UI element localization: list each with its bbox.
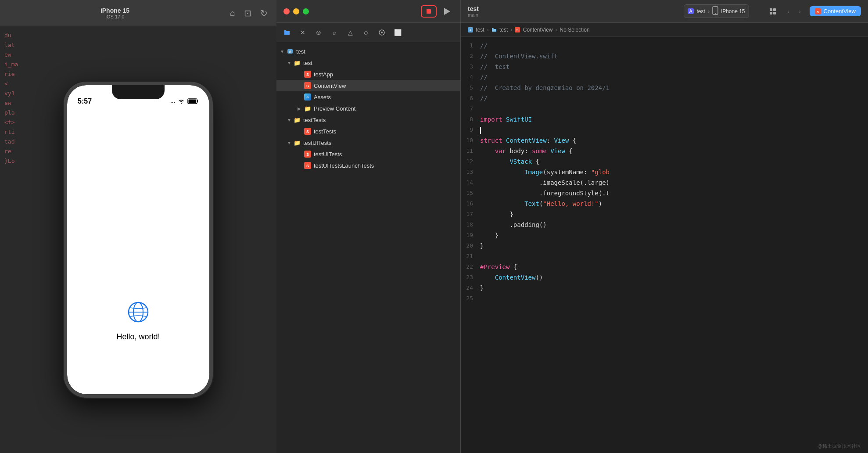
globe-icon (127, 301, 150, 329)
xcode-project-info (421, 5, 453, 18)
watermark: @稀土掘金技术社区 (818, 443, 861, 449)
source-nav-icon[interactable]: ◇ (360, 26, 372, 39)
preview-content-label: Preview Content (314, 105, 460, 112)
breadcrumb-folder[interactable]: test (491, 27, 508, 33)
code-line: 20 } (461, 241, 868, 251)
code-line: 24 } (461, 283, 868, 293)
svg-text:S: S (306, 152, 309, 157)
project-title: test (468, 5, 479, 12)
testuitests-folder-item[interactable]: ▼ 📁 testUITests (276, 137, 460, 148)
breadcrumb-selection[interactable]: No Selection (560, 27, 590, 33)
testapp-label: testApp (314, 71, 460, 78)
testuitests-file-item[interactable]: S testUITests (276, 148, 460, 160)
code-line: 11 var body: some View { (461, 146, 868, 156)
back-button[interactable]: ‹ (783, 6, 794, 17)
search-nav-icon[interactable]: ⌕ (328, 26, 341, 39)
iphone-notch (112, 85, 165, 99)
breadcrumb: A test › test › S ContentView › No Selec… (461, 23, 868, 37)
root-project-item[interactable]: ▼ A test (276, 46, 460, 57)
close-button[interactable] (283, 8, 290, 14)
assets-file-item[interactable]: A Assets (276, 91, 460, 103)
breadcrumb-sep: › (487, 27, 489, 33)
testuitestslaunchtests-label: testUITestsLaunchTests (314, 162, 460, 169)
testtests-folder-item[interactable]: ▼ 📁 testTests (276, 114, 460, 126)
swift-icon: S (304, 127, 312, 135)
folder-icon: 📁 (293, 59, 301, 67)
active-file-tab[interactable]: S ContentView (810, 6, 861, 16)
folder-icon: 📁 (293, 116, 301, 124)
testtests-file-item[interactable]: S testTests (276, 126, 460, 137)
symbol-nav-icon[interactable]: ⊜ (312, 26, 325, 39)
swift-icon: S (304, 150, 312, 158)
chevron-right-icon: ▶ (298, 106, 304, 111)
code-line: 21 (461, 251, 868, 262)
scheme-selector[interactable]: A test › iPhone 15 (684, 4, 749, 18)
code-line: 7 (461, 104, 868, 114)
play-triangle-icon (444, 8, 450, 15)
breakpoint-nav-icon[interactable] (376, 26, 388, 39)
folder-icon: 📁 (293, 139, 301, 147)
preview-content-item[interactable]: ▶ 📁 Preview Content (276, 103, 460, 114)
svg-rect-2 (189, 100, 196, 103)
testuitestslaunchtests-file-item[interactable]: S testUITestsLaunchTests (276, 160, 460, 171)
assets-icon: A (304, 93, 312, 101)
breadcrumb-file[interactable]: S ContentView (515, 27, 552, 33)
play-button[interactable] (441, 5, 453, 18)
wifi-icon (178, 99, 185, 105)
code-line: 8 import SwiftUI (461, 114, 868, 125)
chevron-down-icon: ▼ (287, 140, 293, 145)
breadcrumb-project[interactable]: A test (468, 27, 484, 33)
a-badge: A (688, 8, 694, 14)
testuitests-folder-label: testUITests (303, 140, 460, 146)
minimize-button[interactable] (293, 8, 299, 14)
code-line: 9 (461, 125, 868, 135)
signal-dots: ··· (170, 99, 175, 105)
grid-layout-button[interactable] (767, 5, 779, 18)
nav-toolbar: ✕ ⊜ ⌕ △ ◇ ⬜ (276, 23, 460, 42)
iphone-screen: 5:57 ··· (67, 85, 209, 394)
testuitests-label: testUITests (314, 151, 460, 158)
assets-label: Assets (314, 94, 460, 101)
screenshot-icon[interactable]: ⊡ (244, 8, 251, 18)
breadcrumb-sep: › (556, 27, 557, 33)
code-line: 3 // test (461, 61, 868, 72)
simulator-panel: iPhone 15 iOS 17.0 ⌂ ⊡ ↻ du lat ew i_ma … (0, 0, 276, 453)
forward-button[interactable]: › (795, 6, 805, 17)
svg-rect-22 (770, 8, 772, 11)
rotate-icon[interactable]: ↻ (260, 8, 268, 18)
svg-text:S: S (516, 29, 519, 32)
stop-button[interactable] (421, 5, 437, 18)
code-editor[interactable]: 1 // 2 // ContentView.swift 3 // test 4 … (461, 37, 868, 453)
warning-nav-icon[interactable]: △ (344, 26, 356, 39)
simulator-body: du lat ew i_ma rie < vy1 ew pla <t> rti … (0, 26, 276, 453)
code-line: 10 struct ContentView: View { (461, 135, 868, 146)
battery-icon (187, 98, 199, 105)
test-folder-item[interactable]: ▼ 📁 test (276, 57, 460, 68)
svg-text:S: S (306, 84, 309, 88)
report-nav-icon[interactable]: ⬜ (391, 26, 404, 39)
contentview-file-item[interactable]: S ContentView (276, 80, 460, 91)
simulator-toolbar: iPhone 15 iOS 17.0 ⌂ ⊡ ↻ (0, 0, 276, 26)
navigator-panel: ✕ ⊜ ⌕ △ ◇ ⬜ ▼ A test ▼ 📁 (276, 0, 461, 453)
code-line: 14 .imageScale(.large) (461, 177, 868, 188)
chevron-down-icon: ▼ (280, 49, 286, 54)
xcode-titlebar (276, 0, 460, 23)
maximize-button[interactable] (303, 8, 309, 14)
stop-square (427, 9, 431, 14)
folder-nav-icon[interactable] (281, 26, 293, 39)
code-line: 2 // ContentView.swift (461, 51, 868, 61)
svg-point-7 (381, 32, 383, 33)
iphone-content: Hello, world! (67, 108, 209, 394)
swift-icon: S (304, 82, 312, 90)
home-icon[interactable]: ⌂ (230, 8, 235, 18)
code-line: 19 } (461, 230, 868, 241)
sim-ios-version: iOS 17.0 (106, 14, 125, 19)
hello-text: Hello, world! (116, 332, 160, 342)
editor-toolbar: test main A test › iPhone 15 (461, 0, 868, 23)
code-line: 4 // (461, 72, 868, 83)
editor-panel: test main A test › iPhone 15 (461, 0, 868, 453)
issue-nav-icon[interactable]: ✕ (297, 26, 309, 39)
testapp-file-item[interactable]: S testApp (276, 68, 460, 80)
file-tree: ▼ A test ▼ 📁 test S test (276, 42, 460, 453)
breadcrumb-sep: › (510, 27, 512, 33)
